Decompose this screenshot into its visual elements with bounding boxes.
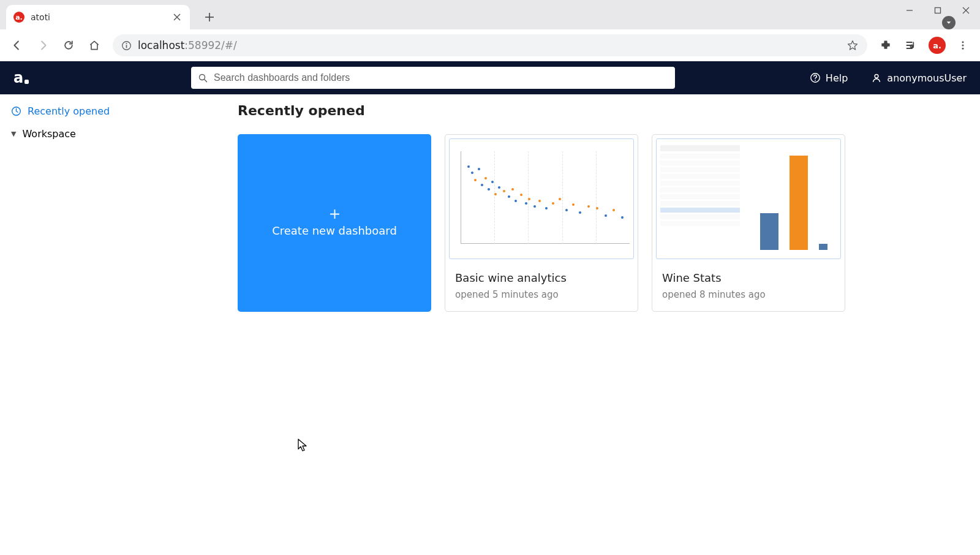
sidebar-item-label: Recently opened <box>28 105 110 117</box>
svg-point-22 <box>875 74 878 78</box>
user-label: anonymousUser <box>887 72 967 84</box>
window-controls <box>895 0 980 21</box>
dashboard-card-subtitle: opened 5 minutes ago <box>455 289 628 300</box>
dashboard-card-row: Create new dashboard <box>238 134 980 312</box>
extensions-button[interactable] <box>875 34 897 56</box>
help-label: Help <box>826 72 848 84</box>
bookmark-icon[interactable] <box>846 39 859 51</box>
nav-back-button[interactable] <box>6 34 28 56</box>
svg-point-16 <box>962 45 964 47</box>
create-dashboard-card[interactable]: Create new dashboard <box>238 134 431 312</box>
dashboard-preview <box>652 135 845 263</box>
dashboard-preview <box>445 135 638 263</box>
url-text: localhost:58992/#/ <box>138 39 237 51</box>
tab-strip: a. atoti <box>0 0 980 29</box>
profile-avatar-icon: a. <box>929 37 946 54</box>
site-info-icon[interactable] <box>121 40 132 51</box>
window-maximize-button[interactable] <box>924 0 952 21</box>
browser-tab[interactable]: a. atoti <box>6 5 190 29</box>
favicon-icon: a. <box>13 12 24 23</box>
plus-icon <box>330 209 340 219</box>
sidebar-item-workspace[interactable]: ▼ Workspace <box>9 124 218 143</box>
svg-line-19 <box>205 79 207 81</box>
profile-button[interactable]: a. <box>926 34 948 56</box>
help-icon <box>810 72 821 83</box>
address-bar[interactable]: localhost:58992/#/ <box>113 34 867 56</box>
help-link[interactable]: Help <box>810 72 848 84</box>
window-minimize-button[interactable] <box>895 0 924 21</box>
dashboard-search[interactable] <box>191 67 675 89</box>
main-content: Recently opened Create new dashboard <box>227 94 980 555</box>
tab-title: atoti <box>31 12 167 22</box>
nav-forward-button[interactable] <box>32 34 54 56</box>
svg-point-9 <box>126 43 127 44</box>
svg-point-14 <box>911 46 914 48</box>
dashboard-card[interactable]: Basic wine analytics opened 5 minutes ag… <box>445 134 638 312</box>
clock-icon <box>11 106 21 116</box>
dashboard-card[interactable]: Wine Stats opened 8 minutes ago <box>652 134 845 312</box>
dashboard-card-title: Wine Stats <box>662 271 835 284</box>
dashboard-card-title: Basic wine analytics <box>455 271 628 284</box>
user-icon <box>871 72 882 83</box>
new-tab-button[interactable] <box>200 7 219 27</box>
svg-rect-10 <box>126 45 127 48</box>
caret-down-icon: ▼ <box>11 130 16 138</box>
nav-home-button[interactable] <box>83 34 105 56</box>
app-logo-icon[interactable]: a <box>13 69 32 87</box>
create-dashboard-label: Create new dashboard <box>272 224 397 237</box>
dashboard-search-input[interactable] <box>214 72 668 83</box>
svg-rect-1 <box>935 8 941 13</box>
svg-point-18 <box>200 74 205 80</box>
search-icon <box>198 74 208 83</box>
svg-point-21 <box>815 80 816 81</box>
nav-reload-button[interactable] <box>58 34 80 56</box>
app-header: a Help anonymousUser <box>0 61 980 94</box>
media-control-button[interactable] <box>900 34 922 56</box>
svg-point-15 <box>962 41 964 43</box>
sidebar: Recently opened ▼ Workspace <box>0 94 227 555</box>
dashboard-card-subtitle: opened 8 minutes ago <box>662 289 835 300</box>
user-menu[interactable]: anonymousUser <box>871 72 967 84</box>
browser-menu-button[interactable] <box>952 34 974 56</box>
sidebar-item-label: Workspace <box>22 128 75 140</box>
window-close-button[interactable] <box>952 0 980 21</box>
sidebar-item-recently-opened[interactable]: Recently opened <box>9 102 218 121</box>
svg-point-17 <box>962 48 964 50</box>
browser-toolbar: localhost:58992/#/ a. <box>0 29 980 61</box>
app-viewport: a Help anonymousUser <box>0 61 980 555</box>
tab-close-button[interactable] <box>172 12 183 23</box>
section-title: Recently opened <box>238 103 980 118</box>
